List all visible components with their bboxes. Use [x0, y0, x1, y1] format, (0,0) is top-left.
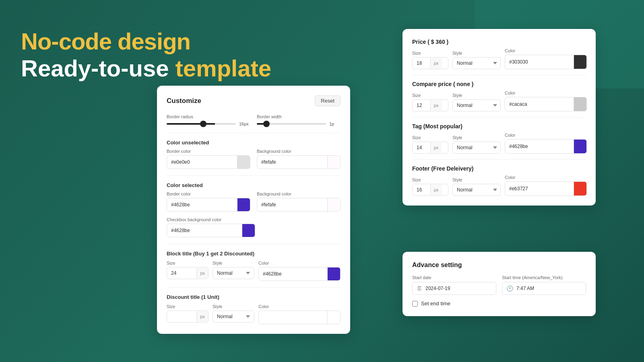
border-color-input[interactable]: #e0e0e0 [167, 156, 237, 168]
tag-color-label: Color [505, 133, 587, 138]
selected-bg-color-label: Background color [257, 191, 341, 196]
price-size-input[interactable]: 18 [413, 58, 430, 69]
bg-color-swatch[interactable] [327, 156, 340, 169]
block-title-label: Block title (Buy 1 get 2 Discounted) [167, 251, 341, 257]
tag-size-group: 14 px [412, 142, 448, 154]
tag-color-input[interactable]: #4628be [505, 141, 574, 152]
tag-ssc-row: Size 14 px Style NormalBold Color #4628b… [412, 133, 586, 154]
checkbox-bg-swatch[interactable] [242, 224, 255, 237]
compare-color-input[interactable]: #cacaca [505, 99, 574, 110]
footer-color-field: Color #eb3727 [505, 175, 587, 196]
compare-color-swatch[interactable] [574, 97, 586, 111]
tag-size-input[interactable]: 14 [413, 142, 430, 153]
block-style-select[interactable]: Normal Bold Italic [213, 267, 254, 279]
footer-color-group: #eb3727 [505, 181, 587, 196]
tag-color-swatch[interactable] [574, 140, 586, 153]
border-radius-label: Border radius [167, 114, 250, 119]
reset-button[interactable]: Reset [315, 95, 341, 106]
compare-style-field: Style NormalBold [452, 93, 501, 111]
price-color-input[interactable]: #303030 [505, 56, 574, 68]
discount-size-input[interactable] [167, 311, 196, 322]
bg-color-input[interactable]: #fefafe [257, 156, 327, 168]
compare-style-select[interactable]: NormalBold [452, 99, 501, 111]
border-color-swatch[interactable] [237, 156, 250, 169]
footer-color-swatch[interactable] [574, 182, 586, 195]
checkbox-bg-section: Checkbox background color #4628be [167, 217, 341, 237]
block-color-swatch[interactable] [327, 267, 340, 280]
tag-title: Tag (Most popular) [412, 123, 586, 130]
border-width-slider-container: 1p [257, 121, 341, 126]
start-time-label: Start time (America/New_York) [502, 275, 586, 280]
tag-size-unit: px [430, 142, 442, 153]
color-unselected-label: Color unselected [167, 140, 341, 146]
tag-style-label: Style [452, 135, 501, 140]
start-date-input-group: 🗓 2024-07-19 [412, 282, 496, 295]
start-time-input[interactable]: 7:47 AM [516, 286, 582, 291]
block-color-input[interactable]: #4628be [259, 268, 327, 280]
footer-size-unit: px [430, 185, 442, 195]
selected-border-color-input[interactable]: #4628be [167, 199, 237, 210]
start-date-input[interactable]: 2024-07-19 [425, 286, 492, 291]
discount-size-unit: px [196, 311, 208, 322]
calendar-icon: 🗓 [417, 285, 422, 292]
price-color-field: Color #303030 [505, 48, 587, 69]
bg-color-label: Background color [257, 149, 341, 154]
footer-size-input[interactable]: 16 [413, 184, 430, 195]
compare-size-unit: px [430, 100, 442, 111]
selected-bg-color-input-group: #fefafe [257, 198, 341, 212]
selected-bg-color-swatch[interactable] [327, 198, 340, 211]
discount-size-field: Size px [167, 304, 208, 324]
customize-panel: Customize Reset Border radius 16px Borde… [157, 86, 350, 334]
block-size-label: Size [167, 261, 208, 265]
clock-icon: 🕐 [506, 285, 513, 292]
compare-color-group: #cacaca [505, 97, 587, 111]
footer-color-input[interactable]: #eb3727 [505, 183, 574, 194]
compare-color-label: Color [505, 90, 587, 95]
tag-section: Tag (Most popular) Size 14 px Style Norm… [412, 123, 586, 154]
tag-style-select[interactable]: NormalBold [452, 142, 501, 154]
tag-size-label: Size [412, 135, 448, 140]
footer-size-field: Size 16 px [412, 177, 448, 196]
price-section-title: Price ( $ 360 ) [412, 39, 586, 45]
footer-size-group: 16 px [412, 184, 448, 196]
selected-border-color-field: Border color #4628be [167, 191, 250, 212]
footer-style-select[interactable]: NormalBold [452, 184, 501, 196]
block-style-field: Style Normal Bold Italic [213, 261, 254, 281]
price-color-swatch[interactable] [574, 55, 586, 69]
compare-size-label: Size [412, 93, 448, 98]
price-color-group: #303030 [505, 55, 587, 69]
border-width-slider[interactable] [257, 123, 326, 125]
selected-bg-color-input[interactable]: #fefafe [257, 199, 327, 210]
discount-size-label: Size [167, 304, 208, 309]
discount-color-swatch[interactable] [327, 311, 340, 324]
price-style-select[interactable]: NormalBoldItalic [452, 57, 501, 69]
discount-style-label: Style [213, 304, 254, 309]
price-size-group: 18 px [412, 57, 448, 69]
discount-style-field: Style Normal Bold [213, 304, 254, 324]
start-time-input-group: 🕐 7:47 AM [502, 282, 586, 295]
tag-color-group: #4628be [505, 139, 587, 154]
block-size-input[interactable]: 24 [167, 267, 196, 279]
set-end-time-checkbox[interactable] [412, 301, 418, 306]
selected-border-color-swatch[interactable] [237, 198, 250, 211]
tag-color-field: Color #4628be [505, 133, 587, 154]
headline-line2-yellow: template [175, 55, 272, 81]
footer-color-label: Color [505, 175, 587, 180]
footer-section: Footer (Free Deleivery) Size 16 px Style… [412, 165, 586, 196]
discount-style-select[interactable]: Normal Bold [213, 311, 254, 323]
color-unselected-row: Border color #e0e0e0 Background color #f… [167, 149, 341, 169]
compare-style-label: Style [452, 93, 501, 98]
border-radius-slider[interactable] [167, 123, 236, 125]
compare-size-input[interactable]: 12 [413, 100, 430, 111]
bg-color-input-group: #fefafe [257, 155, 341, 169]
price-section: Price ( $ 360 ) Size 18 px Style NormalB… [412, 39, 586, 69]
discount-color-input-group [258, 311, 341, 324]
checkbox-bg-input[interactable]: #4628be [167, 225, 242, 236]
discount-color-input[interactable] [259, 312, 327, 323]
selected-bg-color-field: Background color #fefafe [257, 191, 341, 212]
border-width-label: Border width [257, 114, 341, 119]
color-selected-label: Color selected [167, 182, 341, 188]
border-radius-group: Border radius 16px [167, 114, 250, 126]
panel-title: Customize [167, 97, 201, 105]
footer-ssc-row: Size 16 px Style NormalBold Color #eb372… [412, 175, 586, 196]
